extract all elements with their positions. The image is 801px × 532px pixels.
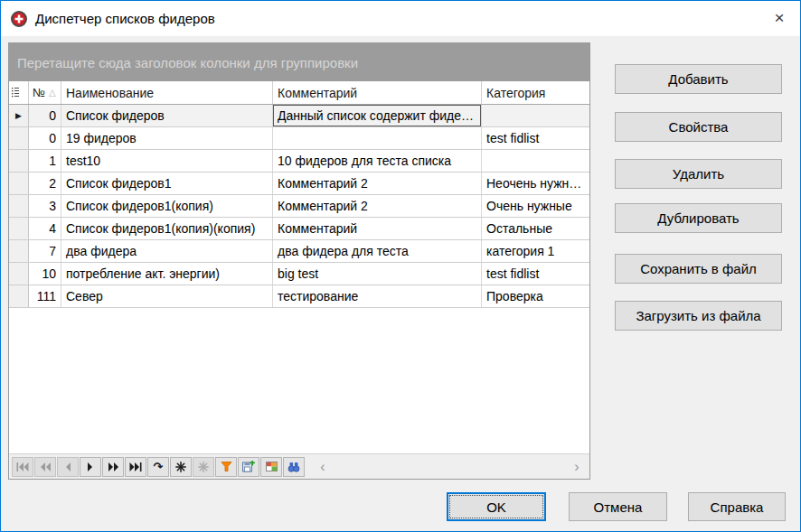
load-from-file-button[interactable]: Загрузить из файла (615, 301, 782, 331)
duplicate-button[interactable]: Дублировать (615, 203, 782, 233)
row-indicator-cell (9, 173, 29, 194)
title-bar: Диспетчер списков фидеров × (1, 1, 800, 36)
cancel-edit-icon (198, 462, 209, 472)
table-row[interactable]: 3 Список фидеров1(копия) Комментарий 2 О… (9, 195, 589, 218)
nav-next-page-icon (108, 462, 119, 471)
cell-comment: Комментарий 2 (273, 195, 482, 217)
cell-category: Неочень нужн… (482, 173, 589, 194)
nav-prev-button[interactable] (57, 457, 79, 477)
cell-num: 4 (29, 218, 61, 239)
sort-ascending-icon: △ (49, 88, 56, 98)
column-header-num[interactable]: № △ (29, 81, 61, 104)
scroll-right-button[interactable]: › (566, 459, 588, 475)
cell-category: Проверка (482, 285, 589, 307)
cell-name: Список фидеров1(копия)(копия) (61, 218, 273, 239)
table-row[interactable]: 7 два фидера два фидера для теста катего… (9, 240, 589, 263)
scroll-left-button[interactable]: ‹ (312, 459, 334, 475)
filter-icon (221, 462, 232, 471)
grid-rows-area: ▶ 0 Список фидеров Данный список содержи… (9, 105, 589, 453)
save-to-file-button[interactable]: Сохранить в файл (615, 254, 782, 284)
close-button[interactable]: × (759, 1, 800, 35)
delete-button[interactable]: Удалить (615, 159, 782, 189)
properties-button[interactable]: Свойства (615, 112, 782, 142)
refresh-button[interactable]: ↷ (147, 457, 169, 477)
app-icon (11, 11, 27, 27)
row-indicator-cell (9, 150, 29, 172)
cell-comment: два фидера для теста (273, 240, 482, 262)
close-icon: × (774, 8, 784, 28)
column-header-category[interactable]: Категория (482, 81, 589, 104)
cell-num: 1 (29, 150, 61, 172)
cell-num: 0 (29, 127, 61, 149)
column-header-comment[interactable]: Комментарий (273, 81, 482, 104)
nav-first-button[interactable] (12, 457, 33, 477)
cancel-edit-button[interactable] (193, 457, 214, 477)
table-row[interactable]: 111 Север тестирование Проверка (9, 285, 589, 308)
nav-first-icon (16, 462, 29, 471)
cell-comment-focused[interactable]: Данный список содержит фиде… (273, 105, 482, 126)
column-header-comment-label: Комментарий (278, 86, 357, 100)
cell-name: Список фидеров1(копия) (61, 195, 273, 217)
cell-comment: тестирование (273, 285, 482, 307)
cell-category: Остальные (482, 218, 589, 239)
cell-category (482, 150, 589, 172)
cell-num: 0 (29, 105, 61, 126)
column-header-num-label: № (33, 86, 45, 99)
indicator-column-header[interactable] (9, 81, 29, 104)
cell-comment: big test (273, 263, 482, 285)
row-indicator-cell (9, 218, 29, 239)
cell-category: test fidlist (482, 127, 589, 149)
nav-last-button[interactable] (125, 457, 146, 477)
row-indicator-cell (9, 285, 29, 307)
cell-comment: 10 фидеров для теста списка (273, 150, 482, 172)
column-header-name-label: Наименование (66, 86, 154, 100)
group-by-panel[interactable]: Перетащите сюда заголовок колонки для гр… (9, 43, 589, 81)
cell-num: 10 (29, 263, 61, 285)
find-button[interactable] (283, 457, 305, 477)
row-indicator-icon (12, 87, 20, 98)
cell-category (482, 105, 589, 126)
scrollbar-track[interactable] (334, 460, 566, 474)
horizontal-scrollbar[interactable]: ‹ › (312, 457, 588, 477)
cell-name: Север (61, 285, 273, 307)
nav-next-button[interactable] (80, 457, 101, 477)
table-row[interactable]: 2 Список фидеров1 Комментарий 2 Неочень … (9, 173, 589, 195)
help-button[interactable]: Справка (688, 492, 786, 521)
cell-comment (273, 127, 482, 149)
nav-next-page-button[interactable] (102, 457, 124, 477)
cell-num: 2 (29, 173, 61, 194)
add-button[interactable]: Добавить (615, 64, 782, 94)
save-layout-button[interactable] (238, 457, 259, 477)
grid-navigator-toolbar: ↷ (9, 453, 589, 479)
nav-prev-icon (64, 462, 71, 471)
column-header-category-label: Категория (486, 86, 545, 100)
cell-category: test fidlist (482, 263, 589, 285)
row-indicator-cell (9, 127, 29, 149)
table-row[interactable]: 1 test10 10 фидеров для теста списка (9, 150, 589, 173)
filter-button[interactable] (215, 457, 237, 477)
cell-name: test10 (61, 150, 273, 172)
row-indicator-cell (9, 195, 29, 217)
table-row[interactable]: 0 19 фидеров test fidlist (9, 127, 589, 150)
insert-record-button[interactable] (170, 457, 192, 477)
cell-num: 111 (29, 285, 61, 307)
layout-grid-icon (266, 462, 278, 471)
cell-category: категория 1 (482, 240, 589, 262)
chevron-left-icon: ‹ (320, 460, 325, 474)
ok-button[interactable]: OK (447, 492, 546, 521)
table-row[interactable]: ▶ 0 Список фидеров Данный список содержи… (9, 105, 589, 127)
cell-name: 19 фидеров (61, 127, 273, 149)
table-row[interactable]: 4 Список фидеров1(копия)(копия) Коммента… (9, 218, 589, 240)
window-title: Диспетчер списков фидеров (35, 11, 215, 26)
nav-prev-page-button[interactable] (34, 457, 56, 477)
cell-comment: Комментарий 2 (273, 173, 482, 194)
row-indicator-cell: ▶ (9, 105, 29, 126)
save-layout-icon (242, 461, 255, 472)
layout-grid-button[interactable] (260, 457, 282, 477)
current-row-arrow-icon: ▶ (15, 111, 22, 120)
cell-num: 3 (29, 195, 61, 217)
row-indicator-cell (9, 263, 29, 285)
cancel-button[interactable]: Отмена (569, 492, 667, 521)
column-header-name[interactable]: Наименование (61, 81, 273, 104)
table-row[interactable]: 10 потребление акт. энергии) big test te… (9, 263, 589, 285)
